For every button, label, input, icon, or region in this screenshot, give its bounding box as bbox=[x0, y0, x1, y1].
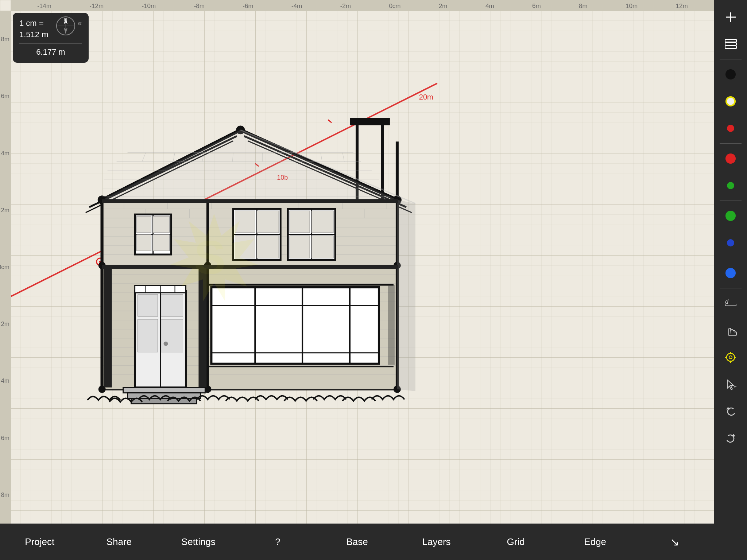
scale-line1: 1 cm = bbox=[19, 18, 49, 29]
right-sidebar: d bbox=[714, 0, 747, 560]
edge-button[interactable]: Edge bbox=[556, 533, 635, 551]
svg-rect-108 bbox=[290, 211, 310, 233]
svg-rect-120 bbox=[388, 285, 395, 365]
svg-rect-109 bbox=[311, 211, 333, 233]
svg-rect-95 bbox=[153, 216, 170, 233]
svg-rect-110 bbox=[290, 236, 310, 258]
svg-rect-147 bbox=[725, 46, 736, 48]
grid-button[interactable]: Grid bbox=[476, 533, 556, 551]
undo-icon bbox=[724, 405, 737, 418]
color-green-large-button[interactable] bbox=[716, 203, 745, 229]
yellow-color-dot bbox=[725, 96, 736, 106]
divider-2 bbox=[720, 201, 742, 201]
svg-point-153 bbox=[727, 353, 735, 361]
info-box: 1 cm = 1.512 m N bbox=[13, 13, 89, 63]
divider-4 bbox=[720, 288, 742, 288]
snap-tool-button[interactable] bbox=[716, 345, 745, 370]
plus-icon bbox=[724, 11, 737, 24]
svg-point-127 bbox=[164, 342, 168, 346]
snap-icon bbox=[724, 351, 737, 364]
svg-line-44 bbox=[342, 152, 344, 162]
svg-rect-90 bbox=[198, 267, 206, 388]
svg-line-6 bbox=[328, 120, 332, 122]
base-button[interactable]: Base bbox=[317, 533, 397, 551]
svg-rect-89 bbox=[104, 267, 112, 388]
svg-text:d: d bbox=[725, 299, 729, 305]
svg-rect-97 bbox=[153, 234, 170, 251]
svg-rect-104 bbox=[257, 236, 279, 258]
vertex-tool-button[interactable] bbox=[716, 372, 745, 397]
green-large-color-dot bbox=[725, 211, 736, 221]
scale-line2: 1.512 m bbox=[19, 29, 49, 40]
red-large-color-dot bbox=[725, 153, 736, 164]
svg-rect-145 bbox=[725, 39, 736, 42]
color-red-large-button[interactable] bbox=[716, 146, 745, 171]
measure-icon: d bbox=[723, 297, 738, 310]
svg-rect-123 bbox=[138, 295, 158, 316]
ruler-left: 8m 6m 4m 2m 0cm 2m 4m 6m 8m bbox=[0, 11, 11, 524]
compass-icon: N bbox=[56, 16, 76, 36]
project-button[interactable]: Project bbox=[0, 533, 80, 551]
canvas-container[interactable]: S 20m 10b bbox=[0, 0, 714, 524]
svg-rect-102 bbox=[257, 211, 279, 233]
undo-button[interactable] bbox=[716, 398, 745, 424]
redo-button[interactable] bbox=[716, 425, 745, 451]
svg-rect-124 bbox=[161, 295, 183, 316]
distance-display: 6.177 m bbox=[19, 47, 82, 58]
layers-stack-icon bbox=[724, 39, 737, 50]
layers-tool-button[interactable] bbox=[716, 31, 745, 57]
color-black-button[interactable] bbox=[716, 62, 745, 87]
black-color-dot bbox=[725, 69, 736, 79]
collapse-button[interactable]: « bbox=[78, 18, 82, 29]
hand-icon bbox=[724, 324, 737, 337]
measure-tool-button[interactable]: d bbox=[716, 291, 745, 316]
main-area: S 20m 10b bbox=[0, 0, 714, 560]
svg-rect-132 bbox=[123, 388, 205, 393]
blue-large-color-dot bbox=[725, 268, 736, 278]
settings-button[interactable]: Settings bbox=[159, 533, 238, 551]
svg-point-154 bbox=[729, 356, 732, 359]
color-yellow-button[interactable] bbox=[716, 89, 745, 114]
svg-rect-94 bbox=[137, 216, 151, 233]
svg-rect-126 bbox=[161, 319, 183, 352]
hand-tool-button[interactable] bbox=[716, 318, 745, 343]
color-red-small-button[interactable] bbox=[716, 116, 745, 141]
layers-button[interactable]: Layers bbox=[397, 533, 476, 551]
red-small-color-dot bbox=[727, 125, 734, 132]
vertex-icon bbox=[724, 378, 737, 391]
house-drawing: 20m 10b bbox=[0, 0, 714, 524]
divider-1 bbox=[720, 143, 742, 144]
redo-icon bbox=[724, 432, 737, 445]
divider-3 bbox=[720, 258, 742, 258]
divider-top bbox=[720, 59, 742, 59]
svg-line-38 bbox=[173, 152, 175, 162]
color-blue-large-button[interactable] bbox=[716, 260, 745, 286]
svg-rect-125 bbox=[138, 319, 158, 352]
svg-rect-111 bbox=[311, 236, 333, 258]
svg-rect-96 bbox=[137, 234, 151, 251]
svg-rect-20 bbox=[350, 118, 390, 125]
svg-line-37 bbox=[142, 152, 146, 162]
svg-rect-101 bbox=[235, 211, 255, 233]
svg-rect-136 bbox=[102, 199, 398, 203]
help-button[interactable]: ? bbox=[238, 533, 318, 551]
ruler-top: -14m -12m -10m -8m -6m -4m -2m 0cm 2m 4m… bbox=[11, 0, 714, 11]
svg-rect-146 bbox=[725, 43, 736, 45]
color-green-small-button[interactable] bbox=[716, 173, 745, 198]
color-blue-small-button[interactable] bbox=[716, 230, 745, 256]
bottom-toolbar: Project Share Settings ? Base Layers Gri… bbox=[0, 524, 714, 560]
green-small-color-dot bbox=[727, 182, 734, 189]
add-button[interactable] bbox=[716, 4, 745, 30]
arrow-button[interactable]: ↘ bbox=[635, 532, 715, 552]
svg-line-43 bbox=[321, 152, 322, 162]
svg-text:20m: 20m bbox=[419, 93, 433, 101]
svg-rect-135 bbox=[102, 265, 398, 269]
svg-rect-103 bbox=[235, 236, 255, 258]
share-button[interactable]: Share bbox=[80, 533, 159, 551]
blue-small-color-dot bbox=[727, 239, 734, 246]
